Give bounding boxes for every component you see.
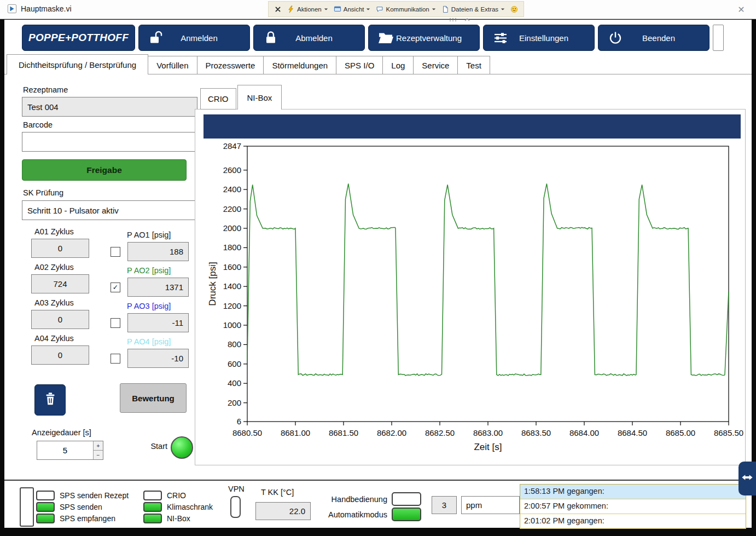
pressure-value[interactable]: -10 — [127, 349, 189, 368]
menu-label: Kommunikation — [386, 6, 429, 13]
button-label: Rezeptverwaltung — [396, 33, 462, 43]
pressure-label: P AO4 [psig] — [127, 337, 189, 347]
vpn-led — [230, 496, 241, 518]
tab-log[interactable]: Log — [383, 56, 414, 74]
tab-service[interactable]: Service — [414, 56, 458, 74]
cycle-label: A01 Zyklus — [34, 227, 89, 237]
tkk-label: T KK [°C] — [261, 488, 294, 497]
tab-dichtheitspr-fung-berstpr-fung[interactable]: Dichtheitsprüfung / Berstprüfung — [7, 54, 148, 74]
trash-button[interactable] — [34, 384, 66, 416]
sk-pruefung-input — [22, 200, 197, 220]
pressure-group: P AO3 [psig]-11 — [109, 301, 189, 332]
plc-led-group: SPS senden RezeptSPS sendenSPS empfangen — [36, 491, 129, 523]
pressure-value[interactable]: 1371 — [127, 278, 189, 297]
abmelden-button[interactable]: Abmelden — [253, 25, 365, 51]
handbedienung-label: Handbedienung — [310, 495, 387, 504]
svg-text:Druck [psi]: Druck [psi] — [207, 262, 218, 306]
pressure-checkbox[interactable] — [111, 354, 120, 364]
pressure-label: P AO1 [psig] — [127, 230, 189, 240]
status-divider — [4, 480, 752, 481]
pressure-checkbox[interactable] — [111, 318, 120, 328]
tab-prozesswerte[interactable]: Prozesswerte — [197, 56, 264, 74]
pressure-label: P AO2 [psig] — [127, 266, 189, 275]
automatikmodus-led — [392, 508, 421, 521]
chart-tab-crio[interactable]: CRIO — [200, 88, 236, 109]
pressure-row: -10 — [111, 349, 189, 368]
svg-text:8683.50: 8683.50 — [521, 428, 551, 437]
smiley-icon[interactable] — [510, 5, 518, 13]
cycle-list: A01 Zyklus0A02 Zyklus724A03 Zyklus0A04 Z… — [31, 227, 89, 369]
pressure-value[interactable]: -11 — [127, 313, 189, 332]
barcode-input[interactable] — [22, 132, 197, 152]
svg-text:800: 800 — [228, 339, 241, 349]
spin-up-button[interactable] — [94, 441, 103, 451]
pressure-row: -11 — [111, 313, 189, 332]
menu-label: Aktionen — [297, 6, 322, 13]
log-entry[interactable]: 2:01:02 PM gegangen: — [520, 514, 746, 529]
svg-text:2400: 2400 — [223, 185, 241, 194]
anzeigedauer-label: Anzeigedauer [s] — [32, 428, 91, 437]
mode-row: Handbedienung — [310, 493, 421, 505]
rezeptverwaltung-button[interactable]: Rezeptverwaltung — [368, 25, 480, 51]
start-led[interactable] — [171, 436, 193, 459]
einstellungen-button[interactable]: Einstellungen — [483, 25, 595, 51]
start-label: Start — [144, 442, 167, 451]
lightning-icon — [287, 5, 295, 13]
svg-text:8685.50: 8685.50 — [714, 428, 743, 437]
status-led-row: CRIO — [143, 491, 213, 500]
lock-icon — [263, 30, 279, 46]
tab-vorf-llen[interactable]: Vorfüllen — [148, 56, 197, 74]
svg-text:8684.50: 8684.50 — [618, 428, 647, 437]
menu-aktionen[interactable]: Aktionen — [287, 5, 328, 13]
spin-down-button[interactable] — [94, 451, 103, 459]
menu-kommunikation[interactable]: Kommunikation — [376, 5, 435, 13]
mode-row: Automatikmodus — [310, 509, 421, 520]
svg-text:1800: 1800 — [223, 243, 241, 252]
pressure-checkbox[interactable] — [111, 283, 120, 292]
main-toolbar: POPPE+POTTHOFF AnmeldenAbmeldenRezeptver… — [22, 25, 724, 51]
svg-text:200: 200 — [228, 398, 241, 407]
svg-text:600: 600 — [228, 359, 241, 368]
chevron-down-icon — [501, 7, 505, 11]
tab-sps-i-o[interactable]: SPS I/O — [336, 56, 383, 74]
sliders-icon — [492, 30, 509, 46]
pressure-checkbox[interactable] — [111, 247, 120, 257]
folder-icon — [377, 30, 394, 46]
handbedienung-led — [392, 492, 421, 506]
labview-vi-icon — [7, 4, 17, 14]
chart-tab-ni-box[interactable]: NI-Box — [237, 85, 282, 109]
spinner-buttons — [93, 441, 103, 459]
log-entry[interactable]: 1:58:13 PM gegangen: — [520, 485, 746, 499]
status-led-row: Klimaschrank — [143, 502, 213, 511]
beenden-button[interactable]: Beenden — [598, 25, 710, 51]
bewertung-button[interactable]: Bewertung — [120, 383, 187, 413]
cycle-value: 0 — [31, 310, 89, 329]
tkk-value: 22.0 — [255, 502, 311, 520]
svg-text:2200: 2200 — [223, 204, 241, 214]
tab-test[interactable]: Test — [458, 56, 490, 74]
freigabe-button[interactable]: Freigabe — [22, 159, 187, 181]
remote-access-badge[interactable] — [738, 462, 756, 495]
crio-led — [143, 491, 162, 500]
pressure-value[interactable]: 188 — [127, 242, 189, 261]
cycle-label: A04 Zyklus — [34, 333, 89, 343]
svg-text:8682.50: 8682.50 — [425, 428, 455, 437]
anmelden-button[interactable]: Anmelden — [138, 25, 250, 51]
menu-ansicht[interactable]: Ansicht — [334, 5, 371, 13]
menu-dateien-extras[interactable]: Dateien & Extras — [441, 5, 505, 13]
anzeigedauer-spinner[interactable] — [37, 441, 103, 460]
svg-text:8685.00: 8685.00 — [666, 428, 695, 437]
log-entry[interactable]: 2:00:57 PM gekommen: — [520, 499, 746, 514]
svg-text:8681.00: 8681.00 — [281, 428, 310, 437]
menu-label: Dateien & Extras — [451, 6, 498, 13]
window-close-button[interactable]: ✕ — [733, 3, 749, 16]
anzeigedauer-input[interactable] — [37, 441, 93, 459]
svg-text:8684.00: 8684.00 — [569, 428, 599, 437]
tab-st-rmeldungen[interactable]: Störmeldungen — [264, 56, 336, 74]
rezeptname-input[interactable] — [22, 97, 197, 117]
abort-icon[interactable] — [274, 5, 282, 13]
event-log-list[interactable]: 1:58:13 PM gegangen:2:00:57 PM gekommen:… — [520, 484, 746, 529]
ni-box-led — [143, 514, 162, 523]
svg-text:1000: 1000 — [223, 320, 241, 330]
svg-text:Zeit [s]: Zeit [s] — [474, 442, 502, 452]
